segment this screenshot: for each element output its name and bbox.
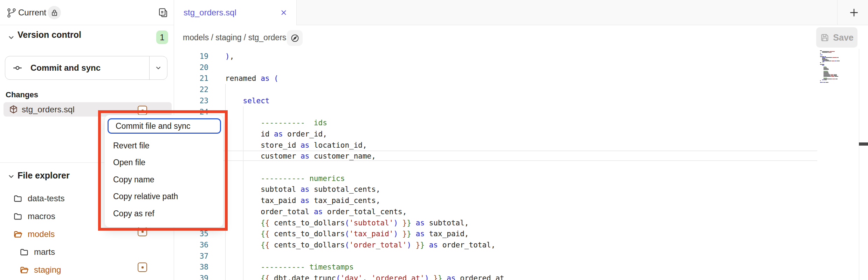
code-line-34[interactable]: 34 {{ cents_to_dollars('subtotal') }} as…: [174, 218, 868, 229]
code-text: ---------- timestamps: [225, 262, 354, 273]
code-line-37[interactable]: 37: [174, 251, 868, 262]
code-line-38[interactable]: 38 ---------- timestamps: [174, 262, 868, 273]
code-line-21[interactable]: 21renamed as (: [174, 73, 868, 84]
tabbar-divider: [837, 0, 838, 25]
breadcrumb[interactable]: models / staging / stg_orders.sql: [183, 33, 299, 42]
menu-item-copy-as-ref[interactable]: Copy as ref: [105, 205, 223, 222]
modified-folder-badge: [138, 262, 147, 272]
menu-item-label: Copy as ref: [105, 209, 154, 218]
file-tree-item-models[interactable]: models: [0, 227, 174, 241]
menu-item-label: Open file: [105, 158, 145, 167]
code-line-20[interactable]: 20: [174, 62, 868, 74]
save-button[interactable]: Save: [816, 27, 857, 48]
code-line-32[interactable]: 32 tax_paid as tax_paid_cents,: [174, 195, 868, 206]
new-tab-button[interactable]: [848, 6, 860, 19]
model-cube-icon: [9, 105, 18, 114]
open-folder-icon: [13, 230, 23, 239]
commit-options-dropdown[interactable]: [149, 56, 167, 79]
code-text: subtotal as subtotal_cents,: [225, 184, 380, 195]
chevron-down-icon: [7, 172, 15, 181]
branch-name[interactable]: Current: [18, 8, 46, 18]
code-line-22[interactable]: 22: [174, 84, 868, 96]
menu-item-label: Commit file and sync: [109, 121, 190, 131]
code-text: id as order_id,: [225, 129, 327, 140]
code-line-36[interactable]: 36 {{ cents_to_dollars('order_total') }}…: [174, 240, 868, 251]
editor-scrollbar-thumb[interactable]: [859, 142, 868, 146]
code-line-19[interactable]: 19),: [174, 51, 868, 62]
code-text: {{ cents_to_dollars('order_total') }} as…: [225, 240, 495, 251]
branch-header: Current: [0, 0, 174, 25]
menu-item-open-file[interactable]: Open file: [105, 154, 223, 171]
line-number: 22: [174, 84, 208, 96]
changed-file-name: stg_orders.sql: [22, 105, 75, 114]
menu-item-label: Copy relative path: [105, 192, 178, 201]
save-label: Save: [833, 33, 853, 43]
folder-label: models: [28, 229, 55, 239]
chevron-down-icon: [7, 33, 15, 42]
file-explorer-title: File explorer: [18, 170, 70, 181]
lineage-badge[interactable]: [287, 30, 303, 46]
code-text: order_total as order_total_cents,: [225, 206, 407, 218]
folder-label: staging: [34, 265, 61, 275]
code-line-31[interactable]: 31 subtotal as subtotal_cents,: [174, 184, 868, 195]
line-number: 23: [174, 96, 208, 107]
line-number: 21: [174, 73, 208, 84]
tab-stg-orders[interactable]: stg_orders.sql: [174, 0, 297, 25]
commit-and-sync-button[interactable]: Commit and sync: [5, 56, 167, 80]
code-line-30[interactable]: 30 ---------- numerics: [174, 173, 868, 184]
folder-icon: [13, 194, 23, 203]
code-text: ---------- ids: [225, 118, 327, 129]
folder-icon: [13, 212, 23, 221]
file-tree-item-marts[interactable]: marts: [0, 245, 174, 259]
modified-file-badge: [138, 106, 147, 115]
tab-title: stg_orders.sql: [184, 8, 236, 18]
code-line-39[interactable]: 39 {{ dbt.date_trunc('day', 'ordered_at'…: [174, 273, 868, 280]
minimap[interactable]: [819, 50, 858, 83]
menu-item-revert-file[interactable]: Revert file: [105, 137, 223, 154]
menu-item-copy-relative-path[interactable]: Copy relative path: [105, 188, 223, 205]
code-line-33[interactable]: 33 order_total as order_total_cents,: [174, 206, 868, 218]
line-number: 20: [174, 62, 208, 74]
code-text: {{ dbt.date_trunc('day', 'ordered_at') }…: [225, 273, 504, 280]
close-tab-icon[interactable]: [280, 9, 287, 16]
save-icon: [820, 33, 829, 42]
folder-label: data-tests: [28, 194, 64, 203]
folder-label: marts: [34, 247, 55, 257]
code-text: customer as customer_name,: [225, 151, 376, 162]
code-line-24[interactable]: 24: [174, 107, 868, 118]
code-line-25[interactable]: 25 ---------- ids: [174, 118, 868, 129]
branch-readonly-badge: [48, 6, 61, 19]
code-text: ---------- numerics: [225, 173, 345, 184]
code-line-23[interactable]: 23 select: [174, 96, 868, 107]
version-control-title: Version control: [18, 30, 81, 40]
menu-item-label: Revert file: [105, 141, 150, 150]
menu-item-label: Copy name: [105, 175, 154, 184]
code-text: store_id as location_id,: [225, 140, 367, 151]
code-text: {{ cents_to_dollars('tax_paid') }} as ta…: [225, 229, 469, 240]
menu-item-commit-file-and-sync[interactable]: Commit file and sync: [108, 118, 221, 134]
chevron-down-icon: [154, 64, 162, 72]
copy-branch-icon[interactable]: [158, 7, 168, 18]
code-editor[interactable]: 19),2021renamed as (2223 select2425 ----…: [174, 50, 868, 280]
open-folder-icon: [20, 265, 29, 275]
folder-icon: [20, 247, 29, 257]
version-control-section-header[interactable]: Version control 1: [0, 30, 174, 45]
changes-section-label: Changes: [6, 90, 38, 99]
breadcrumb-row: models / staging / stg_orders.sql Save: [174, 25, 868, 50]
code-line-28[interactable]: 28 customer as customer_name,: [174, 151, 868, 162]
tab-bar: stg_orders.sql: [174, 0, 868, 25]
code-line-29[interactable]: 29: [174, 162, 868, 173]
line-number: 36: [174, 240, 208, 251]
code-text: renamed as (: [225, 73, 278, 84]
menu-item-copy-name[interactable]: Copy name: [105, 171, 223, 188]
line-number: 19: [174, 51, 208, 62]
folder-label: macros: [28, 211, 55, 221]
code-line-27[interactable]: 27 store_id as location_id,: [174, 140, 868, 151]
code-text: tax_paid as tax_paid_cents,: [225, 195, 380, 206]
line-number: 35: [174, 229, 208, 240]
file-tree-item-staging[interactable]: staging: [0, 263, 174, 277]
modified-folder-badge: [138, 227, 147, 236]
line-number: 37: [174, 251, 208, 262]
code-line-35[interactable]: 35 {{ cents_to_dollars('tax_paid') }} as…: [174, 229, 868, 240]
code-line-26[interactable]: 26 id as order_id,: [174, 129, 868, 140]
